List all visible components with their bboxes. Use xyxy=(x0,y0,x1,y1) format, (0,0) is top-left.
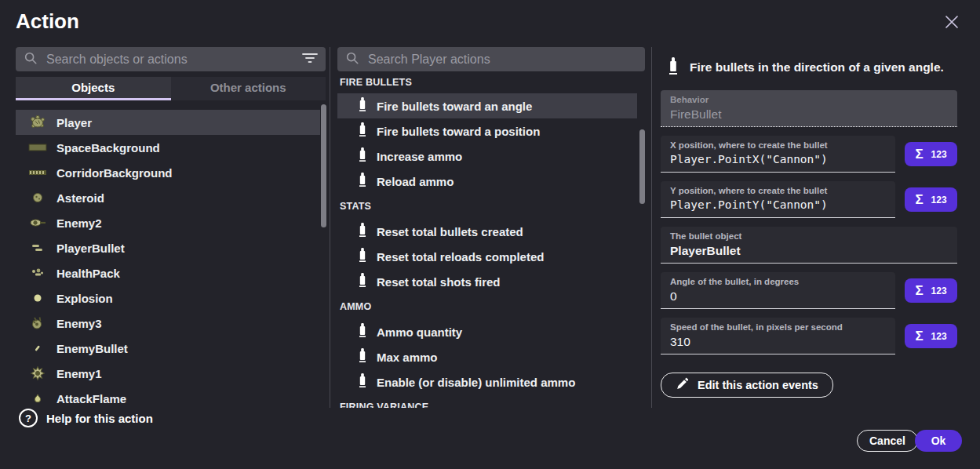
healthpack-object-icon xyxy=(28,264,47,282)
action-list-item[interactable]: Max ammo xyxy=(337,344,637,369)
numeric-123-icon: 123 xyxy=(931,150,947,159)
ok-button[interactable]: Ok xyxy=(915,430,962,452)
parameter-field: BehaviorFireBullet xyxy=(661,90,957,127)
search-icon xyxy=(345,51,359,68)
action-list-item[interactable]: Fire bullets toward an angle xyxy=(337,93,637,118)
bullet-icon xyxy=(359,122,366,140)
action-list-item[interactable]: Fire bullets toward a position xyxy=(337,118,637,144)
parameter-value: Player.PointY("Cannon") xyxy=(670,198,886,211)
corridorbackground-object-icon xyxy=(28,163,47,182)
parameter-value: FireBullet xyxy=(670,107,948,122)
bullet-icon xyxy=(359,173,366,190)
object-list-item[interactable]: SpaceBackground xyxy=(16,135,320,160)
object-label: Enemy2 xyxy=(56,216,102,230)
object-label: AttackFlame xyxy=(56,392,126,405)
action-list-item[interactable]: Reset total reloads completed xyxy=(337,244,637,269)
object-list-item[interactable]: HealthPack xyxy=(16,260,320,285)
object-label: Explosion xyxy=(56,292,113,305)
object-list-item[interactable]: Asteroid xyxy=(16,185,320,210)
expression-editor-button[interactable]: Σ123 xyxy=(905,324,957,348)
help-label: Help for this action xyxy=(46,412,153,425)
parameter-field[interactable]: Angle of the bullet, in degrees0 xyxy=(661,272,895,309)
sigma-icon: Σ xyxy=(915,193,923,206)
objects-panel: ObjectsOther actions PlayerSpaceBackgrou… xyxy=(16,47,326,408)
bullet-icon xyxy=(359,323,366,340)
object-label: CorridorBackground xyxy=(56,166,173,180)
actions-panel: FIRE BULLETSFire bullets toward an angle… xyxy=(337,47,645,408)
object-list-item[interactable]: PlayerBullet xyxy=(16,235,320,260)
action-list-item[interactable]: Enable (or disable) unlimited ammo xyxy=(337,369,637,394)
object-list-item[interactable]: Explosion xyxy=(16,285,320,311)
object-list-item[interactable]: Player xyxy=(16,110,320,135)
parameter-row: Speed of the bullet, in pixels per secon… xyxy=(661,318,957,354)
parameter-field[interactable]: The bullet objectPlayerBullet xyxy=(661,227,957,264)
parameter-label: Angle of the bullet, in degrees xyxy=(670,277,886,286)
close-icon xyxy=(945,15,959,31)
object-list-item[interactable]: EnemyBullet xyxy=(16,336,320,361)
object-list-item[interactable]: Enemy3 xyxy=(16,311,320,336)
action-label: Increase ammo xyxy=(377,150,462,163)
sigma-icon: Σ xyxy=(915,329,923,343)
edit-action-events-button[interactable]: Edit this action events xyxy=(661,373,833,398)
object-label: Enemy1 xyxy=(56,367,102,380)
tab-other-actions[interactable]: Other actions xyxy=(171,77,326,100)
tab-objects[interactable]: Objects xyxy=(16,77,171,100)
object-label: HealthPack xyxy=(56,267,120,280)
asteroid-object-icon xyxy=(28,188,47,207)
object-label: Enemy3 xyxy=(56,317,102,330)
expression-editor-button[interactable]: Σ123 xyxy=(905,142,957,166)
parameter-value: PlayerBullet xyxy=(670,244,948,258)
sigma-icon: Σ xyxy=(915,147,923,161)
close-button[interactable] xyxy=(940,11,964,35)
parameter-label: Y position, where to create the bullet xyxy=(670,186,886,195)
parameter-row: Angle of the bullet, in degrees0Σ123 xyxy=(661,272,957,309)
object-label: PlayerBullet xyxy=(56,242,125,255)
enemy1-object-icon xyxy=(28,364,47,383)
action-label: Reset total bullets created xyxy=(377,225,523,238)
page-title: Action xyxy=(16,9,79,34)
help-link[interactable]: ? Help for this action xyxy=(19,409,153,427)
actions-search-input[interactable] xyxy=(366,52,637,67)
spacebackground-object-icon xyxy=(28,138,47,157)
action-list-item[interactable]: Reset total shots fired xyxy=(337,269,637,294)
action-list: FIRE BULLETSFire bullets toward an angle… xyxy=(337,71,645,408)
parameter-value: Player.PointX("Cannon") xyxy=(670,153,886,165)
bullet-icon xyxy=(359,97,366,115)
pencil-icon xyxy=(676,377,689,393)
action-list-item[interactable]: Ammo quantity xyxy=(337,319,637,344)
parameter-field[interactable]: Speed of the bullet, in pixels per secon… xyxy=(661,318,895,354)
bullet-icon xyxy=(359,248,366,265)
panel-divider xyxy=(651,47,652,408)
action-list-item[interactable]: Reload ammo xyxy=(337,169,637,194)
filter-icon[interactable] xyxy=(302,52,318,67)
action-list-item[interactable]: Increase ammo xyxy=(337,144,637,169)
action-list-item[interactable]: Reset total bullets created xyxy=(337,219,637,244)
objects-search-input[interactable] xyxy=(45,52,302,67)
action-label: Max ammo xyxy=(377,351,438,364)
bullet-icon xyxy=(359,373,366,391)
numeric-123-icon: 123 xyxy=(931,195,947,205)
objects-tabs: ObjectsOther actions xyxy=(16,77,326,100)
cancel-button[interactable]: Cancel xyxy=(857,430,918,452)
enemy3-object-icon xyxy=(28,314,47,333)
object-list-item[interactable]: Enemy1 xyxy=(16,361,320,386)
objects-scrollbar[interactable] xyxy=(321,104,326,227)
object-label: Asteroid xyxy=(56,191,104,205)
object-list-item[interactable]: Enemy2 xyxy=(16,210,320,235)
actions-scrollbar[interactable] xyxy=(639,129,645,204)
parameter-field[interactable]: Y position, where to create the bulletPl… xyxy=(661,181,895,218)
parameter-label: Speed of the bullet, in pixels per secon… xyxy=(670,322,886,332)
object-list-item[interactable]: AttackFlame xyxy=(16,386,320,408)
parameter-field[interactable]: X position, where to create the bulletPl… xyxy=(661,136,895,173)
objects-search xyxy=(16,47,326,71)
object-list-item[interactable]: CorridorBackground xyxy=(16,160,320,185)
bullet-icon xyxy=(359,348,366,365)
parameter-row: X position, where to create the bulletPl… xyxy=(661,136,957,173)
parameter-row: Y position, where to create the bulletPl… xyxy=(661,181,957,218)
object-label: EnemyBullet xyxy=(56,342,128,355)
expression-editor-button[interactable]: Σ123 xyxy=(905,278,957,303)
expression-editor-button[interactable]: Σ123 xyxy=(905,187,957,212)
object-list: PlayerSpaceBackgroundCorridorBackgroundA… xyxy=(16,110,326,408)
action-label: Reload ammo xyxy=(377,175,454,188)
action-dialog: Action ObjectsOther actions PlayerSpaceB… xyxy=(0,0,980,469)
